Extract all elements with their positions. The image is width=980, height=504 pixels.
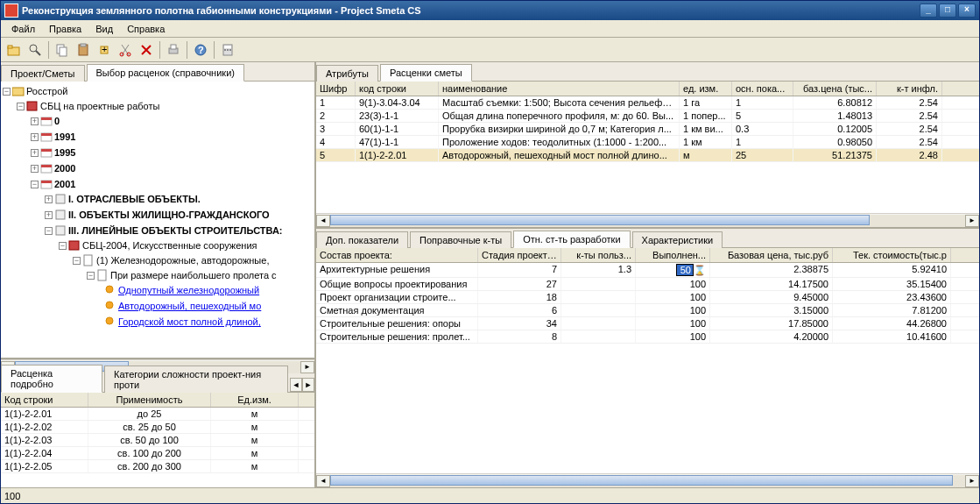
col-composition[interactable]: Состав проекта: (316, 248, 478, 262)
col-stage[interactable]: Стадия проекти... (478, 248, 561, 262)
tab-rates[interactable]: Выбор расценок (справочники) (87, 64, 244, 82)
expand-icon[interactable]: + (45, 195, 53, 203)
tree-sec3[interactable]: III. ЛИНЕЙНЫЕ ОБЪЕКТЫ СТРОИТЕЛЬСТВА: (68, 225, 283, 236)
col-baseprice[interactable]: баз.цена (тыс... (793, 82, 877, 96)
table-row[interactable]: 19(1)-3.04-3.04Масштаб съемки: 1:500; Вы… (316, 96, 979, 110)
col-infl[interactable]: к-т инфл. (877, 82, 942, 96)
table-row[interactable]: 51(1)-2-2.01Автодорожный, пешеходный мос… (316, 149, 979, 162)
tree-year-1995[interactable]: 1995 (54, 147, 75, 158)
tree-year-1991[interactable]: 1991 (54, 131, 75, 142)
lower-right-table[interactable]: Состав проекта: Стадия проекти... к-ты п… (316, 248, 979, 473)
tree-leaf-3[interactable]: Городской мост полной длиной, (118, 316, 261, 327)
col-done[interactable]: Выполнен... (636, 248, 710, 262)
tree-year-0[interactable]: 0 (54, 116, 60, 126)
scroll-right-icon[interactable]: ► (965, 215, 979, 227)
scroll-left-icon[interactable]: ◄ (316, 475, 330, 487)
tool-paste-icon[interactable] (74, 40, 93, 60)
tab-correction[interactable]: Поправочные к-ты (410, 231, 511, 248)
upper-hscroll[interactable]: ◄ ► (316, 213, 979, 227)
tabnav-right-icon[interactable]: ► (302, 378, 314, 392)
tab-categories[interactable]: Категории сложности проект-ния проти (104, 366, 288, 393)
tree-sec2[interactable]: II. ОБЪЕКТЫ ЖИЛИЩНО-ГРАЖДАНСКОГО (68, 209, 270, 220)
maximize-button[interactable]: □ (939, 4, 956, 18)
tab-relcost[interactable]: Отн. ст-ть разработки (513, 231, 630, 248)
tree-root[interactable]: Росстрой (26, 86, 67, 96)
tool-help-icon[interactable]: ? (191, 40, 210, 60)
menu-edit[interactable]: Правка (42, 22, 88, 36)
expand-icon[interactable]: + (45, 211, 53, 219)
scroll-left-icon[interactable]: ◄ (316, 215, 330, 227)
close-button[interactable]: × (958, 4, 976, 18)
menu-view[interactable]: Вид (88, 22, 120, 36)
tree-view[interactable]: −Росстрой −СБЦ на проектные работы +0 +1… (1, 82, 314, 359)
expand-icon[interactable]: − (17, 103, 25, 110)
expand-icon[interactable]: − (3, 88, 11, 96)
tree-span[interactable]: При размере наибольшего пролета с (110, 270, 277, 280)
titlebar[interactable]: Реконструкция землянного полотна габионн… (1, 1, 979, 20)
menu-file[interactable]: Файл (4, 22, 42, 36)
col-cipher[interactable]: Шифр (316, 82, 356, 96)
expand-icon[interactable]: + (31, 149, 39, 157)
tabnav-left-icon[interactable]: ◄ (290, 378, 302, 392)
tree-year-2000[interactable]: 2000 (54, 163, 75, 174)
expand-icon[interactable]: − (31, 181, 39, 188)
table-row[interactable]: 1(1)-2-2.03св. 50 до 100м (1, 434, 314, 447)
tab-attributes[interactable]: Атрибуты (316, 65, 378, 82)
tool-cut-icon[interactable] (116, 40, 135, 60)
expand-icon[interactable]: + (31, 133, 39, 141)
tree-sbc[interactable]: СБЦ на проектные работы (40, 101, 159, 111)
table-row[interactable]: 1(1)-2-2.04св. 100 до 200м (1, 447, 314, 460)
col-code[interactable]: Код строки (1, 393, 88, 407)
tool-open-icon[interactable] (4, 40, 24, 60)
table-row[interactable]: Строительные решения: пролет...81004.200… (316, 330, 979, 344)
tool-copy-icon[interactable] (53, 40, 72, 60)
table-row[interactable]: 223(3)-1-1Общая длина поперечного профил… (316, 110, 979, 123)
expand-icon[interactable]: − (59, 242, 67, 250)
table-row[interactable]: Проект организации строите...181009.4500… (316, 291, 979, 304)
expand-icon[interactable]: − (87, 272, 95, 280)
expand-icon[interactable]: − (45, 227, 53, 235)
tab-project[interactable]: Проект/Сметы (1, 65, 85, 82)
col-curprice[interactable]: Тек. стоимость(тыс.р (833, 248, 951, 262)
scroll-right-icon[interactable]: ► (965, 475, 979, 487)
tree-sec1[interactable]: I. ОТРАСЛЕВЫЕ ОБЪЕКТЫ. (68, 194, 201, 204)
scroll-thumb[interactable] (330, 215, 870, 225)
col-usercoef[interactable]: к-ты польз... (561, 248, 636, 262)
tool-search-icon[interactable] (25, 40, 45, 60)
table-row[interactable]: Строительные решения: опоры3410017.85000… (316, 317, 979, 330)
table-row[interactable]: Сметная документация61003.150007.81200 (316, 304, 979, 317)
expand-icon[interactable]: + (31, 165, 39, 173)
menu-help[interactable]: Справка (120, 22, 172, 36)
scroll-thumb[interactable] (330, 475, 953, 486)
table-row[interactable]: 1(1)-2-2.01до 25м (1, 408, 314, 421)
col-name[interactable]: наименование (439, 82, 680, 96)
tab-rate-detail[interactable]: Расценка подробно (1, 365, 102, 393)
lower-hscroll[interactable]: ◄ ► (316, 473, 979, 487)
table-row[interactable]: 447(1)-1-1Проложение ходов: теодолитных … (316, 136, 979, 149)
tool-insert-icon[interactable]: + (95, 40, 114, 60)
col-linecode[interactable]: код строки (356, 82, 439, 96)
tool-delete-icon[interactable] (137, 40, 156, 60)
table-row[interactable]: 1(1)-2-2.05св. 200 до 300м (1, 460, 314, 473)
col-unit[interactable]: ед. изм. (680, 82, 732, 96)
scroll-right-icon[interactable]: ► (300, 361, 314, 373)
cell-done-editing[interactable]: 50⌛ (636, 263, 710, 277)
col-baseprice2[interactable]: Базовая цена, тыс.руб (710, 248, 833, 262)
col-appl[interactable]: Применимость (88, 393, 211, 407)
tree-leaf-1[interactable]: Однопутный железнодорожный (118, 285, 259, 295)
tree-sbc2004[interactable]: СБЦ-2004, Искусственные сооружения (82, 240, 257, 251)
tree-year-2001[interactable]: 2001 (54, 179, 75, 189)
expand-icon[interactable]: + (31, 117, 39, 125)
col-baseind[interactable]: осн. пока... (732, 82, 793, 96)
table-row[interactable]: 360(1)-1-1Прорубка визирки шириной до 0,… (316, 123, 979, 136)
tab-chars[interactable]: Характеристики (632, 231, 723, 248)
col-unit[interactable]: Ед.изм. (211, 393, 299, 407)
lower-left-table[interactable]: Код строки Применимость Ед.изм. 1(1)-2-2… (1, 393, 314, 487)
table-row[interactable]: Архитектурные решения71.350⌛2.388755.924… (316, 263, 979, 278)
minimize-button[interactable]: _ (920, 4, 937, 18)
table-row[interactable]: 1(1)-2-2.02св. 25 до 50м (1, 421, 314, 434)
tool-calculator-icon[interactable] (218, 40, 237, 60)
upper-right-table[interactable]: Шифр код строки наименование ед. изм. ос… (316, 82, 979, 213)
tree-leaf-2[interactable]: Автодорожный, пешеходный мо (118, 301, 261, 311)
expand-icon[interactable]: − (73, 257, 81, 265)
